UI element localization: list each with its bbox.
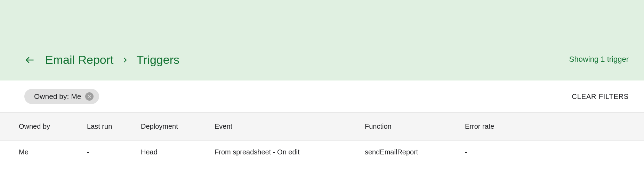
back-button[interactable]	[24, 54, 35, 66]
header-left: Email Report Triggers	[24, 53, 179, 67]
trigger-count-status: Showing 1 trigger	[569, 55, 629, 64]
filter-bar: Owned by: Me CLEAR FILTERS	[0, 80, 644, 112]
col-header-owned-by[interactable]: Owned by	[0, 122, 87, 130]
cell-event: From spreadsheet - On edit	[215, 148, 365, 156]
cell-error-rate: -	[465, 148, 644, 156]
cell-function: sendEmailReport	[365, 148, 465, 156]
col-header-error-rate[interactable]: Error rate	[465, 122, 644, 130]
filter-chip-remove[interactable]	[85, 92, 94, 101]
chevron-right-icon	[122, 57, 128, 63]
breadcrumb-project[interactable]: Email Report	[45, 53, 114, 67]
breadcrumb: Email Report Triggers	[45, 53, 179, 67]
table-row[interactable]: Me - Head From spreadsheet - On edit sen…	[0, 141, 644, 164]
col-header-deployment[interactable]: Deployment	[141, 122, 215, 130]
breadcrumb-current: Triggers	[137, 53, 179, 67]
table-header-row: Owned by Last run Deployment Event Funct…	[0, 112, 644, 141]
triggers-table: Owned by Last run Deployment Event Funct…	[0, 112, 644, 164]
arrow-left-icon	[25, 55, 35, 65]
header-banner: Email Report Triggers Showing 1 trigger	[0, 0, 644, 80]
filter-chip-label: Owned by: Me	[34, 92, 81, 101]
cell-last-run: -	[87, 148, 141, 156]
close-icon	[87, 94, 91, 99]
filter-chip-owned-by[interactable]: Owned by: Me	[24, 89, 99, 104]
clear-filters-button[interactable]: CLEAR FILTERS	[572, 93, 629, 101]
col-header-last-run[interactable]: Last run	[87, 122, 141, 130]
col-header-event[interactable]: Event	[215, 122, 365, 130]
cell-deployment: Head	[141, 148, 215, 156]
cell-owned-by: Me	[0, 148, 87, 156]
col-header-function[interactable]: Function	[365, 122, 465, 130]
